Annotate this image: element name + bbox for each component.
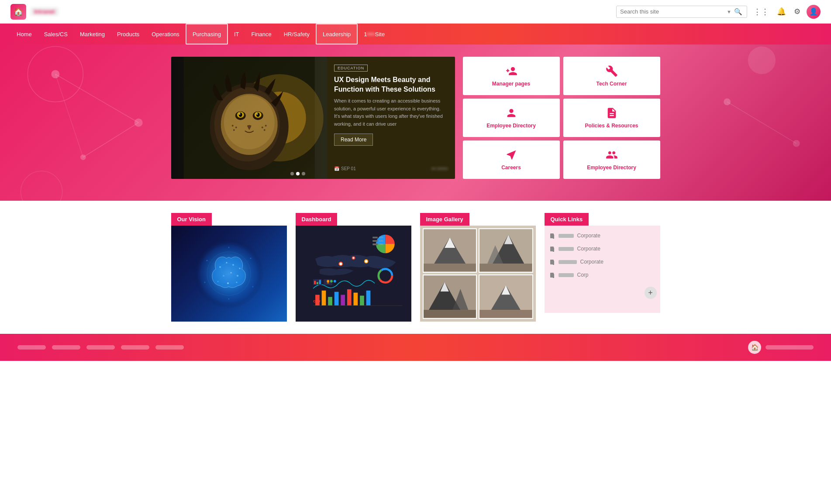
plane-icon (505, 149, 517, 161)
svg-rect-91 (314, 281, 316, 285)
logo-area: 🏠 Intranet (10, 4, 59, 20)
vision-section: Our Vision (171, 213, 287, 322)
tech-corner-label: Tech Corner (597, 81, 627, 87)
nav-item-hrsafety[interactable]: HR/Safety (278, 24, 316, 45)
svg-point-97 (333, 280, 336, 283)
dot-3[interactable] (302, 172, 305, 175)
svg-point-1 (51, 70, 59, 78)
footer-link-1[interactable] (17, 345, 46, 350)
footer-link-2[interactable] (52, 345, 80, 350)
search-dropdown-icon[interactable]: ▼ (727, 9, 731, 14)
ql-corp-1: Corporate (577, 233, 600, 239)
apps-button[interactable]: ⋮⋮ (752, 5, 771, 18)
quick-link-item-1[interactable]: Corporate (548, 230, 657, 241)
svg-rect-88 (360, 296, 364, 305)
svg-rect-87 (353, 293, 358, 305)
svg-point-3 (80, 154, 86, 160)
footer-link-5[interactable] (155, 345, 184, 350)
slide-content: EDUCATION UX Design Meets Beauty and Fun… (327, 57, 455, 179)
mountain-2 (479, 229, 532, 272)
search-box[interactable]: ▼ 🔍 (616, 6, 747, 18)
nav-item-salescs[interactable]: Sales/CS (38, 24, 74, 45)
svg-point-95 (327, 280, 329, 283)
svg-point-59 (228, 247, 230, 248)
footer-link-3[interactable] (86, 345, 115, 350)
ql-blur-3 (559, 260, 577, 264)
svg-point-58 (252, 286, 254, 288)
slideshow: EDUCATION UX Design Meets Beauty and Fun… (171, 57, 455, 179)
doc-icon-1 (550, 233, 555, 239)
nav-item-home[interactable]: Home (10, 24, 38, 45)
search-button[interactable]: 🔍 (733, 8, 743, 16)
group-icon (606, 149, 618, 161)
doc-icon-2 (550, 246, 555, 252)
mountain-1 (424, 229, 476, 272)
dot-1[interactable] (290, 172, 294, 175)
brain-visual (190, 234, 268, 313)
svg-text:33%: 33% (379, 240, 383, 242)
quick-link-item-3[interactable]: Corporate (548, 256, 657, 267)
svg-marker-124 (553, 273, 554, 278)
read-more-button[interactable]: Read More (334, 134, 373, 146)
nav-item-it[interactable]: IT (228, 24, 245, 45)
gallery-img-2[interactable] (479, 228, 533, 273)
quick-card-careers[interactable]: Careers (463, 141, 560, 179)
svg-point-96 (330, 280, 333, 283)
nav-item-operations[interactable]: Operations (145, 24, 186, 45)
svg-rect-75 (372, 243, 378, 245)
svg-rect-93 (319, 280, 321, 285)
quick-card-tech[interactable]: Tech Corner (563, 57, 660, 95)
quick-card-employee-dir[interactable]: Employee Directory (463, 99, 560, 137)
wrench-icon (606, 65, 618, 77)
ql-corp-2: Corporate (577, 246, 600, 252)
nav-item-products[interactable]: Products (111, 24, 145, 45)
quick-link-item-4[interactable]: Corp (548, 269, 657, 281)
employee-dir-label-2: Employee Directory (587, 165, 636, 171)
vision-title-banner: Our Vision (171, 213, 212, 226)
quick-link-item-2[interactable]: Corporate (548, 243, 657, 254)
svg-point-10 (793, 140, 800, 147)
mountain-3 (424, 275, 476, 318)
slide-title: UX Design Meets Beauty and Function with… (334, 75, 448, 94)
nav-item-purchasing[interactable]: Purchasing (186, 24, 228, 45)
svg-rect-89 (366, 291, 370, 305)
quick-card-manager[interactable]: Manager pages (463, 57, 560, 95)
hero-inner: EDUCATION UX Design Meets Beauty and Fun… (162, 57, 669, 179)
quick-card-policies[interactable]: Policies & Resources (563, 99, 660, 137)
gallery-img-4[interactable] (479, 274, 533, 319)
slide-description: When it comes to creating an accessible … (334, 97, 448, 128)
svg-rect-102 (424, 264, 476, 271)
svg-rect-85 (341, 295, 345, 305)
avatar[interactable]: 👤 (807, 5, 821, 19)
quick-card-employee-dir-2[interactable]: Employee Directory (563, 141, 660, 179)
footer: 🏠 (0, 334, 831, 361)
nav-item-leadership[interactable]: Leadership (316, 24, 358, 45)
add-quick-link-button[interactable]: + (645, 287, 657, 299)
svg-point-60 (228, 298, 230, 300)
dot-2[interactable] (296, 172, 300, 175)
dashboard-visual: 29% 33% 19% (299, 229, 408, 318)
nav-item-site[interactable]: 1•••• Site (358, 24, 391, 45)
employee-dir-label-1: Employee Directory (486, 123, 536, 129)
slide-meta: 📅 SEP 01 ••• ••••••• (334, 164, 448, 171)
vision-image[interactable] (171, 226, 287, 322)
notifications-button[interactable]: 🔔 (775, 5, 788, 18)
svg-rect-83 (328, 297, 332, 305)
svg-point-69 (352, 257, 354, 259)
gallery-img-3[interactable] (423, 274, 477, 319)
person-icon (505, 107, 517, 119)
gallery-img-1[interactable] (423, 228, 477, 273)
nav-item-marketing[interactable]: Marketing (74, 24, 111, 45)
slide-artwork (171, 57, 328, 179)
dashboard-title-banner: Dashboard (296, 213, 338, 226)
svg-rect-84 (334, 292, 338, 305)
dashboard-image[interactable]: 29% 33% 19% (296, 226, 411, 322)
footer-link-4[interactable] (121, 345, 149, 350)
gallery-grid[interactable] (420, 226, 536, 322)
svg-rect-82 (321, 291, 326, 305)
nav-item-finance[interactable]: Finance (245, 24, 277, 45)
svg-marker-118 (553, 233, 554, 239)
settings-button[interactable]: ⚙ (792, 5, 802, 18)
search-input[interactable] (620, 8, 725, 15)
footer-brand-blur (765, 345, 814, 350)
